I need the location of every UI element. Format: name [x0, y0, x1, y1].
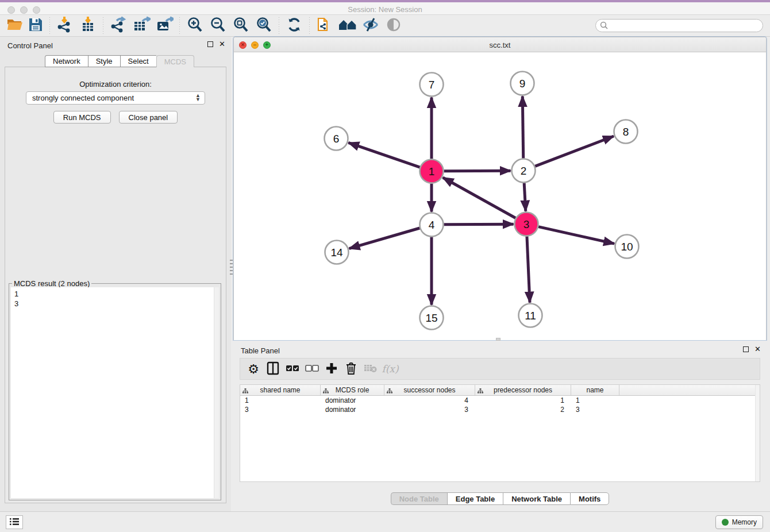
float-panel-icon[interactable]: [207, 41, 213, 47]
node-table[interactable]: shared nameMCDS rolesuccessor nodesprede…: [240, 384, 760, 482]
document-network-icon: [316, 16, 333, 36]
frame-resize-handle[interactable]: [496, 338, 500, 341]
show-columns-button[interactable]: [264, 360, 282, 377]
tab-network[interactable]: Network: [45, 55, 88, 67]
cell-shared-name[interactable]: 1: [240, 396, 321, 404]
home-networks-button[interactable]: [336, 17, 359, 35]
select-all-button[interactable]: [284, 360, 301, 377]
cell-name[interactable]: 3: [571, 406, 619, 414]
close-panel-button[interactable]: Close panel: [119, 111, 178, 124]
hierarchy-icon: [387, 387, 392, 395]
tab-style[interactable]: Style: [88, 55, 120, 67]
edge-1-6[interactable]: [348, 142, 419, 167]
export-image-button[interactable]: [153, 17, 176, 35]
tab-edge-table[interactable]: Edge Table: [447, 492, 503, 505]
tab-mcds[interactable]: MCDS: [156, 55, 194, 67]
table-body: 1dominator4113dominator323: [240, 396, 760, 414]
columns-icon: [267, 361, 279, 377]
column-header-name[interactable]: name: [571, 385, 619, 395]
delete-column-button[interactable]: [342, 360, 360, 377]
zoom-selected-button[interactable]: [252, 17, 275, 35]
edge-2-3[interactable]: [524, 183, 526, 211]
export-network-button[interactable]: [107, 17, 130, 35]
table-row[interactable]: 1dominator411: [240, 396, 760, 405]
hierarchy-icon: [478, 387, 483, 395]
show-graphics-button[interactable]: [382, 17, 405, 35]
network-canvas[interactable]: 1234678910111415: [234, 52, 766, 340]
cell-predecessor-nodes[interactable]: 1: [475, 396, 571, 404]
search-input[interactable]: [595, 19, 763, 32]
deselect-all-button[interactable]: [303, 360, 321, 377]
zoom-in-button[interactable]: [183, 17, 206, 35]
zoom-out-icon: [209, 16, 226, 35]
column-header-MCDS-role[interactable]: MCDS role: [321, 385, 384, 395]
float-table-panel-icon[interactable]: [743, 346, 749, 352]
task-history-button[interactable]: [6, 515, 23, 529]
edge-4-3[interactable]: [444, 224, 513, 225]
search-icon: [600, 21, 609, 32]
hierarchy-icon: [323, 387, 329, 395]
network-view-frame: ✕ − + scc.txt 1234678910111415: [233, 37, 767, 340]
network-frame-titlebar[interactable]: ✕ − + scc.txt: [234, 37, 766, 52]
cell-name[interactable]: 1: [571, 396, 619, 404]
close-table-panel-icon[interactable]: ✕: [754, 346, 761, 352]
cell-MCDS-role[interactable]: dominator: [321, 396, 384, 404]
tab-node-table[interactable]: Node Table: [391, 492, 447, 505]
table-panel-header: Table Panel ✕: [233, 342, 767, 359]
toolbar-separator: [179, 17, 180, 34]
zoom-fit-button[interactable]: [229, 17, 252, 35]
zoom-out-button[interactable]: [206, 17, 229, 35]
graph-node-label-2: 2: [521, 165, 527, 177]
column-header-predecessor-nodes[interactable]: predecessor nodes: [475, 385, 571, 395]
table-row[interactable]: 3dominator323: [240, 405, 760, 414]
mcds-result-area[interactable]: 1 3: [11, 287, 219, 498]
edge-3-1[interactable]: [443, 178, 516, 218]
edge-3-10[interactable]: [538, 227, 614, 244]
network-graph[interactable]: 1234678910111415: [234, 52, 766, 340]
edge-1-2[interactable]: [444, 171, 510, 171]
panel-splitter-handle[interactable]: [230, 260, 233, 275]
zoom-fit-icon: [232, 16, 249, 35]
refresh-button[interactable]: [283, 17, 306, 35]
edge-2-9[interactable]: [522, 96, 523, 158]
tab-select[interactable]: Select: [120, 55, 156, 67]
add-column-button[interactable]: [323, 360, 340, 377]
cell-shared-name[interactable]: 3: [240, 406, 321, 414]
save-session-button[interactable]: [25, 17, 46, 35]
column-header-successor-nodes[interactable]: successor nodes: [384, 385, 475, 395]
import-table-button[interactable]: [76, 17, 99, 35]
column-label: MCDS role: [336, 386, 369, 394]
tab-network-table[interactable]: Network Table: [503, 492, 570, 505]
open-network-file-button[interactable]: [313, 17, 336, 35]
hierarchy-icon: [242, 387, 248, 395]
cell-predecessor-nodes[interactable]: 2: [475, 406, 571, 414]
fx-icon: f(x): [382, 363, 398, 375]
export-table-button[interactable]: [130, 17, 153, 35]
run-mcds-button[interactable]: Run MCDS: [53, 111, 111, 124]
cell-successor-nodes[interactable]: 4: [384, 396, 475, 404]
save-floppy-icon: [28, 17, 43, 34]
trash-icon: [345, 361, 357, 377]
edge-4-14[interactable]: [349, 228, 420, 249]
open-session-button[interactable]: [5, 17, 25, 35]
list-icon: [9, 518, 20, 527]
tab-motifs[interactable]: Motifs: [570, 492, 609, 505]
memory-button[interactable]: Memory: [715, 515, 763, 529]
column-header-shared-name[interactable]: shared name: [240, 385, 321, 395]
delete-table-button-disabled: [362, 360, 379, 377]
edge-3-11[interactable]: [527, 236, 530, 302]
graph-node-label-8: 8: [623, 126, 629, 138]
import-network-button[interactable]: [53, 17, 76, 35]
edge-2-8[interactable]: [535, 136, 614, 166]
cell-successor-nodes[interactable]: 3: [384, 406, 475, 414]
hide-graphics-button[interactable]: [359, 17, 382, 35]
table-scrollbar[interactable]: [755, 385, 760, 481]
houses-icon: [338, 17, 357, 34]
cell-MCDS-role[interactable]: dominator: [321, 406, 384, 414]
window-titlebar: Session: New Session: [0, 0, 770, 15]
criterion-select[interactable]: strongly connected component ▲▼: [26, 91, 205, 105]
result-scrollbar[interactable]: [214, 287, 219, 498]
close-panel-icon[interactable]: ✕: [219, 41, 225, 47]
gear-icon: ⚙: [248, 362, 259, 376]
table-settings-button[interactable]: ⚙: [245, 360, 262, 377]
